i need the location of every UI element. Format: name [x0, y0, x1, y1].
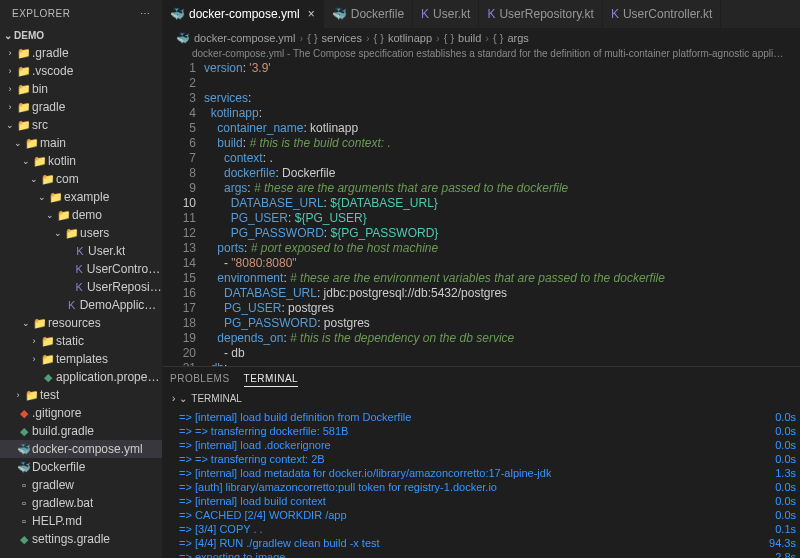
- tree-item[interactable]: ▫gradlew.bat: [0, 494, 162, 512]
- code-text[interactable]: PG_PASSWORD: postgres: [204, 316, 800, 331]
- chevron-icon[interactable]: ›: [4, 84, 16, 94]
- code-area[interactable]: 1version: '3.9'23services:4 kotlinapp:5 …: [180, 61, 800, 366]
- tree-item[interactable]: ⌄📁kotlin: [0, 152, 162, 170]
- code-text[interactable]: depends_on: # this is the dependency on …: [204, 331, 800, 346]
- tree-item[interactable]: ◆build.gradle: [0, 422, 162, 440]
- code-line[interactable]: 10 DATABASE_URL: ${DATABASE_URL}: [180, 196, 800, 211]
- tree-item[interactable]: KDemoApplica…: [0, 296, 162, 314]
- code-line[interactable]: 3services:: [180, 91, 800, 106]
- tree-item[interactable]: 🐳Dockerfile: [0, 458, 162, 476]
- code-line[interactable]: 15 environment: # these are the environm…: [180, 271, 800, 286]
- tree-item[interactable]: ›📁gradle: [0, 98, 162, 116]
- panel-tab[interactable]: PROBLEMS: [170, 371, 230, 387]
- code-line[interactable]: 5 container_name: kotlinapp: [180, 121, 800, 136]
- tree-item[interactable]: KUserControll…: [0, 260, 162, 278]
- tree-item[interactable]: ⌄📁demo: [0, 206, 162, 224]
- code-text[interactable]: environment: # these are the environment…: [204, 271, 800, 286]
- tree-item[interactable]: KUser.kt: [0, 242, 162, 260]
- breadcrumb[interactable]: 🐳docker-compose.yml›{ }services›{ }kotli…: [162, 28, 800, 48]
- code-line[interactable]: 11 PG_USER: ${PG_USER}: [180, 211, 800, 226]
- tree-item[interactable]: ›📁templates: [0, 350, 162, 368]
- code-line[interactable]: 4 kotlinapp:: [180, 106, 800, 121]
- chevron-icon[interactable]: ⌄: [36, 192, 48, 202]
- code-line[interactable]: 12 PG_PASSWORD: ${PG_PASSWORD}: [180, 226, 800, 241]
- chevron-icon[interactable]: ⌄: [52, 228, 64, 238]
- project-section[interactable]: ⌄ DEMO: [0, 27, 162, 44]
- chevron-icon[interactable]: ›: [4, 102, 16, 112]
- tree-item[interactable]: ⌄📁example: [0, 188, 162, 206]
- tab[interactable]: 🐳Dockerfile: [324, 0, 413, 28]
- tree-item[interactable]: ⌄📁main: [0, 134, 162, 152]
- chevron-icon[interactable]: ›: [4, 66, 16, 76]
- close-icon[interactable]: ×: [308, 7, 315, 21]
- code-text[interactable]: args: # these are the arguments that are…: [204, 181, 800, 196]
- chevron-icon[interactable]: ›: [4, 48, 16, 58]
- code-text[interactable]: services:: [204, 91, 800, 106]
- chevron-icon[interactable]: ›: [28, 354, 40, 364]
- tree-item[interactable]: ▫gradlew: [0, 476, 162, 494]
- tab[interactable]: KUserController.kt: [603, 0, 721, 28]
- chevron-icon[interactable]: ⌄: [44, 210, 56, 220]
- tree-item[interactable]: ›📁test: [0, 386, 162, 404]
- code-text[interactable]: ports: # port exposed to the host machin…: [204, 241, 800, 256]
- breadcrumb-segment[interactable]: services: [322, 32, 362, 44]
- tree-item[interactable]: ›📁static: [0, 332, 162, 350]
- panel-tab[interactable]: TERMINAL: [244, 371, 299, 387]
- code-line[interactable]: 13 ports: # port exposed to the host mac…: [180, 241, 800, 256]
- tree-item[interactable]: ⌄📁src: [0, 116, 162, 134]
- tab[interactable]: KUser.kt: [413, 0, 479, 28]
- code-line[interactable]: 8 dockerfile: Dockerfile: [180, 166, 800, 181]
- code-line[interactable]: 18 PG_PASSWORD: postgres: [180, 316, 800, 331]
- tree-item[interactable]: KUserReposit…: [0, 278, 162, 296]
- code-text[interactable]: DATABASE_URL: jdbc:postgresql://db:5432/…: [204, 286, 800, 301]
- code-text[interactable]: version: '3.9': [204, 61, 800, 76]
- code-line[interactable]: 14 - "8080:8080": [180, 256, 800, 271]
- code-editor[interactable]: 1version: '3.9'23services:4 kotlinapp:5 …: [162, 61, 800, 366]
- chevron-icon[interactable]: ›: [28, 336, 40, 346]
- code-text[interactable]: PG_USER: ${PG_USER}: [204, 211, 800, 226]
- code-line[interactable]: 16 DATABASE_URL: jdbc:postgresql://db:54…: [180, 286, 800, 301]
- chevron-icon[interactable]: ⌄: [20, 318, 32, 328]
- breadcrumb-segment[interactable]: docker-compose.yml: [194, 32, 295, 44]
- tree-item[interactable]: ◆application.prope…: [0, 368, 162, 386]
- code-text[interactable]: container_name: kotlinapp: [204, 121, 800, 136]
- tree-item[interactable]: ⌄📁resources: [0, 314, 162, 332]
- tree-item[interactable]: ⌄📁com: [0, 170, 162, 188]
- breadcrumb-segment[interactable]: kotlinapp: [388, 32, 432, 44]
- tree-item[interactable]: ›📁bin: [0, 80, 162, 98]
- more-icon[interactable]: ⋯: [140, 8, 151, 19]
- code-text[interactable]: context: .: [204, 151, 800, 166]
- code-text[interactable]: PG_PASSWORD: ${PG_PASSWORD}: [204, 226, 800, 241]
- chevron-icon[interactable]: ⌄: [20, 156, 32, 166]
- tree-item[interactable]: ◆.gitignore: [0, 404, 162, 422]
- code-text[interactable]: DATABASE_URL: ${DATABASE_URL}: [204, 196, 800, 211]
- chevron-icon[interactable]: ⌄: [28, 174, 40, 184]
- code-line[interactable]: 6 build: # this is the build context: .: [180, 136, 800, 151]
- code-line[interactable]: 1version: '3.9': [180, 61, 800, 76]
- code-line[interactable]: 9 args: # these are the arguments that a…: [180, 181, 800, 196]
- tree-item[interactable]: ›📁.vscode: [0, 62, 162, 80]
- breadcrumb-segment[interactable]: args: [507, 32, 528, 44]
- tree-item[interactable]: ›📁.gradle: [0, 44, 162, 62]
- tree-item[interactable]: ⌄📁users: [0, 224, 162, 242]
- code-text[interactable]: kotlinapp:: [204, 106, 800, 121]
- code-text[interactable]: [204, 76, 800, 91]
- terminal-header[interactable]: › ⌄ TERMINAL: [162, 391, 800, 406]
- chevron-icon[interactable]: ⌄: [4, 120, 16, 130]
- code-line[interactable]: 20 - db: [180, 346, 800, 361]
- code-line[interactable]: 19 depends_on: # this is the dependency …: [180, 331, 800, 346]
- tree-item[interactable]: ▫HELP.md: [0, 512, 162, 530]
- breadcrumb-segment[interactable]: build: [458, 32, 481, 44]
- tab[interactable]: KUserRepository.kt: [479, 0, 603, 28]
- code-line[interactable]: 2: [180, 76, 800, 91]
- code-text[interactable]: - "8080:8080": [204, 256, 800, 271]
- tree-item[interactable]: 🐳docker-compose.yml: [0, 440, 162, 458]
- code-text[interactable]: - db: [204, 346, 800, 361]
- code-text[interactable]: PG_USER: postgres: [204, 301, 800, 316]
- code-text[interactable]: dockerfile: Dockerfile: [204, 166, 800, 181]
- tree-item[interactable]: ◆settings.gradle: [0, 530, 162, 548]
- chevron-icon[interactable]: ›: [12, 390, 24, 400]
- gutter-fold[interactable]: [162, 61, 180, 366]
- code-text[interactable]: build: # this is the build context: .: [204, 136, 800, 151]
- chevron-icon[interactable]: ⌄: [12, 138, 24, 148]
